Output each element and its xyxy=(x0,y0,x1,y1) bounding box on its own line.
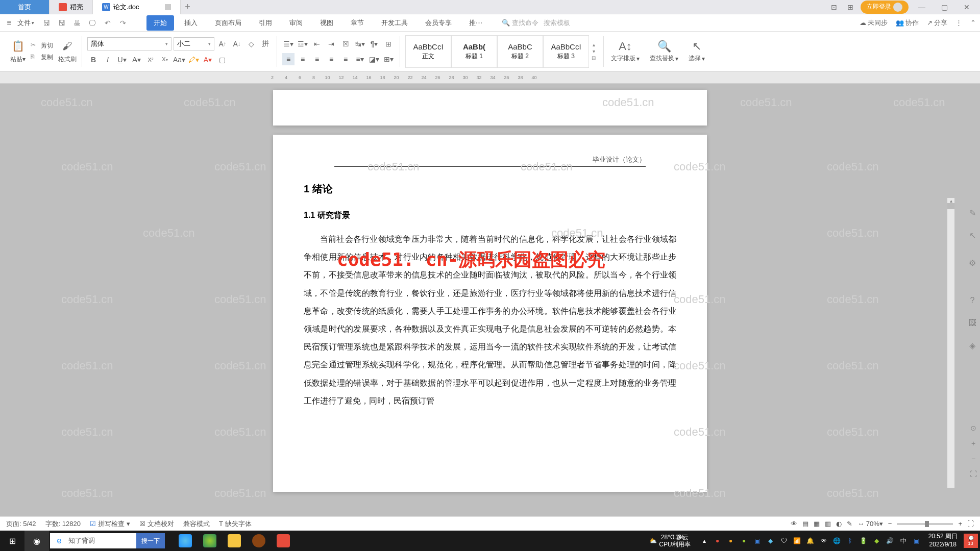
char-border-button[interactable]: ▢ xyxy=(216,54,228,66)
tray-notif[interactable]: 💬13 xyxy=(964,534,978,548)
sort-button[interactable]: ☒ xyxy=(339,38,352,50)
zoom-in-button[interactable]: + xyxy=(968,438,979,449)
fullscreen-toggle[interactable]: ⛶ xyxy=(967,520,974,528)
taskbar-search[interactable]: e 知了背调 搜一下 xyxy=(50,533,165,548)
arrange-group[interactable]: A↕文字排版▾ xyxy=(606,40,645,63)
diamond-tool[interactable]: ◈ xyxy=(966,339,979,352)
task-app2[interactable] xyxy=(248,531,270,551)
login-button[interactable]: 立即登录 xyxy=(861,1,909,14)
save-icon[interactable]: 🖫 xyxy=(41,18,52,28)
fullscreen-button[interactable]: ⛶ xyxy=(968,468,979,480)
page-indicator[interactable]: 页面: 5/42 xyxy=(6,519,36,529)
menu-more[interactable]: ⋮ xyxy=(955,19,962,27)
weather-widget[interactable]: ⛅ 28°C 多云CPU利用率13% xyxy=(649,534,690,548)
zoom-out-button[interactable]: − xyxy=(968,453,979,464)
proofread-button[interactable]: ☒文档校对 xyxy=(139,519,174,529)
tray-6[interactable]: 🛡 xyxy=(778,535,790,546)
zoom-out[interactable]: − xyxy=(888,520,892,528)
apps-icon[interactable]: ⊞ xyxy=(844,1,856,13)
formatpainter-icon[interactable]: 🖌 xyxy=(60,39,75,53)
bold-button[interactable]: B xyxy=(87,54,100,66)
superscript-button[interactable]: X² xyxy=(144,54,157,66)
docshell-tab[interactable]: 稻壳 xyxy=(50,0,93,14)
copilot-button[interactable]: ◉ xyxy=(24,531,49,551)
close-button[interactable]: ✕ xyxy=(958,1,976,13)
scroll-thumb[interactable] xyxy=(947,203,954,209)
cursor-tool[interactable]: ↖ xyxy=(966,229,979,242)
tab-chapter[interactable]: 章节 xyxy=(344,15,371,31)
copy-button[interactable]: ⎘复制 xyxy=(31,53,53,62)
clock[interactable]: 20:52 周日2022/9/18 xyxy=(924,533,962,548)
tray-4[interactable]: ▣ xyxy=(752,535,763,546)
read-view[interactable]: ▤ xyxy=(802,520,808,528)
word-count[interactable]: 字数: 12820 xyxy=(45,519,81,529)
start-button[interactable]: ⊞ xyxy=(0,531,24,551)
line-spacing-button[interactable]: ≡▾ xyxy=(354,53,366,65)
share-button[interactable]: ↗分享 xyxy=(927,18,947,28)
change-case-button[interactable]: Aa▾ xyxy=(173,54,185,66)
zoom-fit[interactable]: ↔ 70%▾ xyxy=(857,520,883,528)
template-search[interactable]: 搜索模板 xyxy=(544,18,570,28)
task-wps[interactable] xyxy=(272,531,295,551)
spellcheck-toggle[interactable]: ☑拼写检查▾ xyxy=(90,519,130,529)
ruler[interactable]: 246810121416182022242628303234363840 xyxy=(0,71,980,84)
align-left-button[interactable]: ≡ xyxy=(282,53,295,65)
tray-3[interactable]: ● xyxy=(739,535,750,546)
missing-font[interactable]: T缺失字体 xyxy=(219,519,252,529)
font-family-select[interactable]: 黑体▾ xyxy=(87,37,172,51)
tab-insert[interactable]: 插入 xyxy=(177,15,205,31)
focus-view[interactable]: ✎ xyxy=(847,520,852,528)
tray-app[interactable]: ▣ xyxy=(911,535,922,546)
sync-status[interactable]: ☁未同步 xyxy=(860,18,888,28)
font-grow-button[interactable]: A↑ xyxy=(216,38,229,50)
tray-eye[interactable]: 👁 xyxy=(818,535,829,546)
select-group[interactable]: ↖选择▾ xyxy=(683,40,710,63)
border-button[interactable]: ⊞▾ xyxy=(382,53,395,65)
tray-2[interactable]: ● xyxy=(725,535,737,546)
print-preview-icon[interactable]: 🖵 xyxy=(87,18,97,28)
tray-5[interactable]: ◆ xyxy=(765,535,776,546)
shading-button[interactable]: ◪▾ xyxy=(368,53,380,65)
align-dist-button[interactable]: ≡ xyxy=(339,53,352,65)
underline-button[interactable]: U▾ xyxy=(116,54,128,66)
paste-button[interactable]: 粘贴▾ xyxy=(10,55,26,64)
style-down[interactable]: ▾ xyxy=(593,48,595,54)
zoom-reset-button[interactable]: ⊙ xyxy=(968,422,979,434)
tabs-button[interactable]: ↹▾ xyxy=(354,38,366,50)
doc-tab[interactable]: W论文.doc xyxy=(93,0,181,14)
page-view[interactable]: ▦ xyxy=(814,520,820,528)
vertical-scrollbar[interactable]: ▴ xyxy=(947,198,954,488)
tab-review[interactable]: 审阅 xyxy=(282,15,310,31)
cut-button[interactable]: ✂剪切 xyxy=(31,41,53,50)
tray-up[interactable]: ▴ xyxy=(699,535,710,546)
tray-net[interactable]: 🌐 xyxy=(831,535,843,546)
tab-more[interactable]: 推⋯ xyxy=(462,15,489,31)
tab-dev[interactable]: 开发工具 xyxy=(374,15,415,31)
file-menu[interactable]: 文件▾ xyxy=(17,18,34,28)
print-icon[interactable]: 🖶 xyxy=(72,18,82,28)
align-right-button[interactable]: ≡ xyxy=(311,53,323,65)
settings-tool[interactable]: ⚙ xyxy=(966,256,979,269)
minimize-button[interactable]: — xyxy=(913,1,931,13)
redo-icon[interactable]: ↷ xyxy=(118,18,128,28)
font-size-select[interactable]: 小二▾ xyxy=(174,37,214,51)
subscript-button[interactable]: X₂ xyxy=(159,54,171,66)
style-more[interactable]: ⊟ xyxy=(592,55,596,61)
collapse-ribbon[interactable]: ⌃ xyxy=(970,19,976,27)
page-current[interactable]: 毕业设计（论文） 1 绪论 1.1 研究背景 当前社会各行业领域竞争压力非常大，… xyxy=(273,135,707,492)
style-h1[interactable]: AaBb(标题 1 xyxy=(451,35,497,68)
bullets-button[interactable]: ☰▾ xyxy=(282,38,295,50)
save-as-icon[interactable]: 🖫 xyxy=(57,18,67,28)
tab-view[interactable]: 视图 xyxy=(313,15,340,31)
style-up[interactable]: ▴ xyxy=(593,42,595,47)
tab-start[interactable]: 开始 xyxy=(146,15,174,31)
outline-view[interactable]: ▥ xyxy=(825,520,831,528)
tab-ref[interactable]: 引用 xyxy=(252,15,279,31)
style-h2[interactable]: AaBbC标题 2 xyxy=(497,35,543,68)
task-360[interactable] xyxy=(199,531,221,551)
add-tab-button[interactable]: + xyxy=(181,0,195,14)
zoom-slider[interactable] xyxy=(897,523,953,525)
findreplace-group[interactable]: 🔍查找替换▾ xyxy=(645,40,683,63)
search-button[interactable]: 搜一下 xyxy=(136,533,165,548)
font-shrink-button[interactable]: A↓ xyxy=(231,38,243,50)
